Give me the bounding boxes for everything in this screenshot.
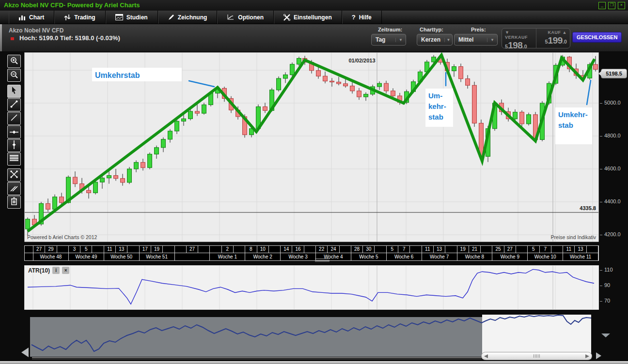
trendline-tool-button[interactable]: [7, 98, 21, 111]
zoom-in-icon: [10, 56, 18, 67]
day-tick-cell: 25: [492, 246, 504, 253]
day-tick-cell: 27: [504, 246, 516, 253]
week-group: 2830Woche 5: [351, 246, 387, 260]
day-tick-cell: 13: [434, 246, 445, 253]
zoom-out-button[interactable]: [7, 69, 21, 82]
navigator-scroll-handle[interactable]: [481, 352, 592, 360]
annotation-text: kehr-: [428, 102, 446, 110]
week-label: Woche 5: [351, 253, 387, 260]
day-tick-cell: 27: [187, 246, 198, 253]
axis-stub: [25, 246, 33, 260]
week-group: 1113Woche 7: [422, 246, 457, 260]
collapse-panel-icon[interactable]: [601, 334, 610, 337]
atr-axis: 1109070: [600, 265, 628, 310]
kauf-button[interactable]: KAUF ▲ 5199.0: [536, 29, 570, 48]
preis-value: Mittel: [455, 36, 487, 43]
week-label: Woche 7: [422, 253, 457, 260]
day-tick-cell: 11: [563, 246, 575, 253]
minimize-icon[interactable]: _: [598, 2, 606, 9]
menu-optionen-label: Optionen: [238, 14, 264, 21]
close-icon[interactable]: ×: [618, 2, 625, 9]
restore-icon[interactable]: ❐: [608, 2, 615, 9]
horizontal-line-tool-button[interactable]: [7, 125, 21, 138]
charttyp-label: Charttyp:: [420, 27, 443, 32]
geschlossen-badge[interactable]: GESCHLOSSEN: [572, 32, 622, 43]
curve-icon: [227, 14, 235, 21]
scroll-left-arrow-icon[interactable]: [21, 348, 29, 357]
line-icon: [10, 113, 18, 124]
menubar: Chart Trading Studien Zeichnung Optionen…: [0, 11, 628, 24]
menu-trading-label: Trading: [74, 14, 95, 21]
symbol-name: Akzo Nobel NV CFD: [9, 27, 63, 34]
line-tool-button[interactable]: [7, 112, 21, 125]
atr-indicator-panel[interactable]: [24, 265, 599, 310]
pencil-icon: [168, 14, 174, 21]
day-tick-cell: [198, 246, 210, 253]
levels-tool-button[interactable]: [7, 152, 21, 166]
menu-einstellungen[interactable]: Einstellungen: [274, 11, 342, 24]
window-controls: _ ❐ ×: [598, 2, 625, 9]
preis-dropdown[interactable]: Mittel ▼: [454, 34, 498, 46]
annotation-text: stab: [428, 113, 443, 121]
week-group: 1416Woche 3: [281, 246, 316, 260]
week-label: [175, 253, 210, 260]
chevron-down-icon: ▼: [487, 38, 497, 42]
day-tick-cell: 19: [151, 246, 163, 253]
day-tick-cell: [481, 246, 492, 253]
day-tick-cell: 7: [398, 246, 410, 253]
menu-hilfe[interactable]: ? Hilfe: [342, 11, 382, 24]
menu-studien[interactable]: Studien: [106, 11, 158, 24]
axis-resize-grip[interactable]: [315, 258, 330, 263]
trash-icon: [11, 197, 17, 207]
cross-lines-icon: [10, 170, 18, 181]
menu-trading[interactable]: Trading: [54, 11, 105, 24]
current-price-badge: 5198.5: [601, 69, 627, 78]
menu-optionen[interactable]: Optionen: [217, 11, 274, 24]
status-dot: [11, 37, 14, 40]
channel-tool-button[interactable]: [7, 182, 21, 195]
zoom-in-button[interactable]: [7, 55, 21, 68]
week-label: Woche 11: [563, 253, 598, 260]
day-tick-cell: [234, 246, 245, 253]
zeitraum-dropdown[interactable]: Tag ▼: [371, 34, 406, 46]
day-tick-cell: [269, 246, 281, 253]
day-tick-cell: [304, 246, 316, 253]
week-group: 57Woche 6: [387, 246, 422, 260]
arrow-up-icon: ▲: [561, 30, 567, 35]
day-tick-cell: [340, 246, 351, 253]
day-tick-cell: [587, 246, 598, 253]
verkauf-button[interactable]: ▼ VERKAUF 5198.0: [502, 29, 536, 48]
delete-tool-button[interactable]: [7, 196, 21, 209]
week-group: 2729Woche 48: [33, 246, 69, 260]
day-tick-cell: 2: [222, 246, 234, 253]
day-tick-cell: 30: [363, 246, 375, 253]
day-tick-cell: 11: [104, 246, 116, 253]
menu-zeichnung[interactable]: Zeichnung: [158, 11, 218, 24]
day-tick-cell: [92, 246, 104, 253]
charttyp-dropdown[interactable]: Kerzen ▼: [417, 34, 453, 46]
trade-panel: ▼ VERKAUF 5198.0 KAUF ▲ 5199.0: [502, 28, 570, 48]
cross-tool-button[interactable]: [7, 168, 21, 182]
day-tick-cell: 5: [387, 246, 398, 253]
week-group: 1113Woche 50: [104, 246, 140, 260]
vertical-line-icon: [12, 140, 16, 152]
scroll-right-arrow-icon[interactable]: [596, 352, 601, 359]
handle-right-arrow-icon[interactable]: [585, 354, 589, 358]
price-tick-label: 4200.0: [600, 231, 621, 237]
atr-info-icon[interactable]: i: [52, 267, 60, 274]
week-label: Woche 1: [210, 253, 245, 260]
main-price-chart[interactable]: 4335.8UmkehrstabUm-kehr-stabUmkehr-stab0…: [24, 52, 599, 242]
vertical-line-tool-button[interactable]: [7, 139, 21, 152]
week-label: Woche 9: [492, 253, 528, 260]
annotation-text: Umkehr-: [558, 110, 588, 119]
price-tick-label: 5000.0: [600, 100, 621, 106]
handle-left-arrow-icon[interactable]: [484, 354, 488, 358]
watermark: Powered b Ariel Charts © 2012: [27, 234, 97, 240]
atr-close-icon[interactable]: ×: [62, 267, 69, 274]
cursor-tool-button[interactable]: [7, 85, 21, 98]
day-tick-cell: [163, 246, 174, 253]
header-panel: Akzo Nobel NV CFD Hoch: 5199.0 Tief: 519…: [0, 24, 628, 51]
menu-chart[interactable]: Chart: [9, 11, 54, 24]
arrows-up-down-icon: [64, 14, 71, 21]
disclaimer: Preise sind Indikativ: [551, 234, 597, 240]
